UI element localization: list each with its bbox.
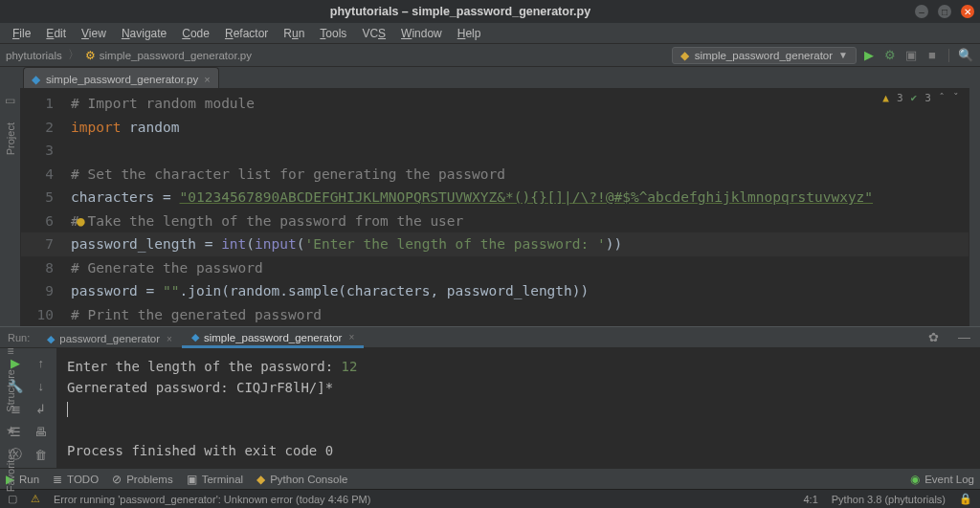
close-tab-icon[interactable]: × bbox=[204, 74, 210, 85]
editor-tabstrip: ◆ simple_password_generator.py × bbox=[0, 67, 980, 88]
python-icon: ◆ bbox=[256, 473, 265, 486]
titlebar: phytutorials – simple_password_generator… bbox=[0, 0, 980, 23]
warning-icon: ⚠ bbox=[31, 493, 40, 505]
status-icon[interactable]: ▢ bbox=[8, 493, 17, 505]
event-log-icon: ◉ bbox=[910, 473, 920, 486]
run-tab[interactable]: ◆ password_generator × bbox=[37, 327, 182, 348]
python-console-tool-tab[interactable]: ◆Python Console bbox=[256, 473, 347, 486]
breadcrumb-project[interactable]: phytutorials bbox=[6, 50, 62, 61]
run-configuration-selector[interactable]: ◆ simple_password_generator ▼ bbox=[672, 47, 857, 64]
lock-icon[interactable]: 🔒 bbox=[959, 493, 972, 505]
breadcrumb-file[interactable]: simple_password_generator.py bbox=[100, 50, 252, 61]
console-line: Gernerated password: CIQJrF8lH/]* bbox=[67, 380, 333, 395]
main-area: ▭ Project ▲ 3 ✔ 3 ˆ ˇ 1# Import random m… bbox=[0, 88, 980, 326]
line-number: 7 bbox=[21, 236, 71, 252]
todo-icon: ≣ bbox=[53, 473, 62, 486]
chevron-down-icon[interactable]: ˇ bbox=[952, 92, 959, 104]
favorites-tool-icon[interactable]: ★ bbox=[6, 424, 16, 437]
menu-view[interactable]: View bbox=[75, 25, 113, 42]
line-number: 2 bbox=[21, 120, 71, 135]
line-number: 3 bbox=[21, 143, 71, 158]
menu-edit[interactable]: Edit bbox=[39, 25, 73, 42]
navigation-bar: phytutorials ⚙ simple_password_generator… bbox=[0, 44, 980, 67]
breadcrumb[interactable]: phytutorials ⚙ simple_password_generator… bbox=[6, 48, 252, 62]
caret-position[interactable]: 4:1 bbox=[803, 494, 817, 505]
problems-icon: ⊘ bbox=[112, 473, 122, 486]
stop-button[interactable]: ■ bbox=[924, 48, 941, 62]
caret bbox=[67, 402, 68, 417]
event-log-tool-tab[interactable]: ◉Event Log bbox=[910, 473, 974, 486]
up-button[interactable]: ↑ bbox=[30, 352, 54, 373]
code-line[interactable]: # Import random module bbox=[71, 96, 255, 111]
scrollbar[interactable] bbox=[969, 88, 980, 326]
problems-tool-tab[interactable]: ⊘Problems bbox=[112, 473, 173, 486]
code-line[interactable]: password = "".join(random.sample(charact… bbox=[71, 283, 589, 298]
menubar: File Edit View Navigate Code Refactor Ru… bbox=[0, 23, 980, 44]
line-number: 6 bbox=[21, 213, 71, 229]
menu-navigate[interactable]: Navigate bbox=[115, 25, 173, 42]
console-input: 12 bbox=[342, 359, 358, 374]
warning-icon: ▲ bbox=[882, 92, 889, 104]
code-line[interactable]: characters = "01234567890ABCDEFGHIJKLMNO… bbox=[71, 189, 873, 205]
terminal-tool-tab[interactable]: ▣Terminal bbox=[187, 473, 243, 486]
close-tab-icon[interactable]: × bbox=[167, 334, 172, 344]
structure-tool-icon[interactable]: ≡ bbox=[7, 344, 13, 358]
hide-panel-icon[interactable]: — bbox=[948, 330, 980, 344]
run-config-label: simple_password_generator bbox=[695, 50, 833, 61]
inspections-widget[interactable]: ▲ 3 ✔ 3 ˆ ˇ bbox=[882, 92, 959, 104]
project-tool-label[interactable]: Project bbox=[5, 122, 16, 155]
left-toolbar: ▭ Project bbox=[0, 88, 21, 326]
menu-refactor[interactable]: Refactor bbox=[218, 25, 275, 42]
line-number: 1 bbox=[21, 96, 71, 111]
code-line[interactable]: import random bbox=[71, 120, 180, 135]
editor-tab[interactable]: ◆ simple_password_generator.py × bbox=[23, 67, 219, 88]
line-number: 4 bbox=[21, 166, 71, 182]
menu-vcs[interactable]: VCS bbox=[355, 25, 392, 42]
console-output[interactable]: Enter the length of the password: 12 Ger… bbox=[57, 348, 980, 469]
code-line[interactable]: # Set the character list for generating … bbox=[71, 166, 505, 182]
typo-count: 3 bbox=[924, 92, 931, 104]
gear-icon[interactable]: ✿ bbox=[919, 330, 948, 344]
code-line[interactable]: # Print the generated password bbox=[71, 307, 322, 322]
line-number: 9 bbox=[21, 283, 71, 298]
run-tab[interactable]: ◆ simple_password_generator × bbox=[182, 327, 364, 348]
chevron-up-icon[interactable]: ˆ bbox=[939, 92, 946, 104]
status-message[interactable]: Error running 'password_generator': Unkn… bbox=[54, 494, 370, 505]
interpreter-label[interactable]: Python 3.8 (phytutorials) bbox=[832, 494, 946, 505]
code-body[interactable]: 1# Import random module 2import random 3… bbox=[21, 88, 969, 326]
softwrap-icon[interactable]: ↲ bbox=[30, 398, 54, 419]
menu-window[interactable]: Window bbox=[394, 25, 449, 42]
code-line[interactable]: password_length = int(input('Enter the l… bbox=[71, 236, 622, 252]
close-tab-icon[interactable]: × bbox=[348, 332, 354, 342]
menu-run[interactable]: Run bbox=[277, 25, 311, 42]
menu-help[interactable]: Help bbox=[451, 25, 488, 42]
search-button[interactable]: 🔍 bbox=[957, 48, 974, 62]
run-tabstrip: Run: ◆ password_generator × ◆ simple_pas… bbox=[0, 327, 980, 348]
coverage-button[interactable]: ▣ bbox=[902, 48, 920, 62]
run-button[interactable]: ▶ bbox=[860, 48, 878, 62]
print-icon[interactable]: 🖶 bbox=[30, 421, 54, 442]
chevron-down-icon: ▼ bbox=[838, 50, 848, 60]
structure-tool-label[interactable]: Structure bbox=[5, 369, 16, 412]
down-button[interactable]: ↓ bbox=[30, 375, 54, 396]
code-line[interactable]: # Take the length of the password from t… bbox=[71, 213, 463, 229]
tool-tab-strip: ▶Run ≣TODO ⊘Problems ▣Terminal ◆Python C… bbox=[0, 468, 980, 489]
code-editor[interactable]: ▲ 3 ✔ 3 ˆ ˇ 1# Import random module 2imp… bbox=[21, 88, 969, 326]
menu-code[interactable]: Code bbox=[175, 25, 216, 42]
todo-tool-tab[interactable]: ≣TODO bbox=[53, 473, 99, 486]
close-button[interactable]: ✕ bbox=[961, 5, 974, 18]
project-tool-icon[interactable]: ▭ bbox=[5, 94, 15, 107]
run-tab-label: simple_password_generator bbox=[204, 332, 342, 343]
code-line[interactable]: # Generate the password bbox=[71, 260, 263, 276]
menu-file[interactable]: File bbox=[6, 25, 37, 42]
window-title: phytutorials – simple_password_generator… bbox=[6, 5, 915, 18]
menu-tools[interactable]: Tools bbox=[313, 25, 353, 42]
trash-icon[interactable]: 🗑 bbox=[30, 444, 54, 465]
minimize-button[interactable]: – bbox=[915, 5, 928, 18]
python-icon: ◆ bbox=[680, 49, 689, 62]
bulb-icon[interactable]: ● bbox=[77, 213, 85, 229]
favorites-tool-label[interactable]: Favorites bbox=[5, 449, 16, 492]
typo-icon: ✔ bbox=[911, 92, 918, 104]
maximize-button[interactable]: □ bbox=[938, 5, 951, 18]
debug-button[interactable]: ⚙ bbox=[881, 48, 899, 62]
